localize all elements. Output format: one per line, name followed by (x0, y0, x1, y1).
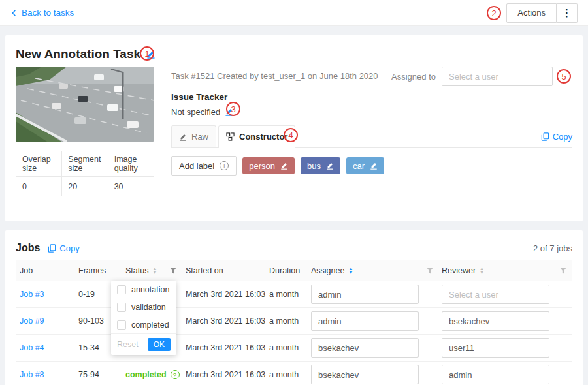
tab-constructor-label: Constructor (239, 132, 287, 142)
job-duration: a month (265, 370, 307, 379)
job-link[interactable]: Job #4 (20, 343, 44, 352)
jobs-title: Jobs (16, 242, 40, 254)
checkbox-icon[interactable] (117, 303, 126, 312)
assignee-input[interactable] (311, 365, 419, 384)
add-label-label: Add label (179, 161, 214, 171)
job-link[interactable]: Job #8 (20, 370, 44, 379)
assignee-input[interactable] (311, 338, 419, 358)
job-frames: 75-94 (74, 370, 122, 379)
filter-option-completed[interactable]: completed (111, 316, 176, 333)
back-to-tasks-label: Back to tasks (22, 8, 74, 18)
task-title: New Annotation Task (16, 46, 140, 63)
reviewer-input[interactable] (442, 365, 549, 384)
checkbox-icon[interactable] (117, 320, 126, 330)
status-filter-dropdown: annotation validation completed Reset OK (111, 281, 176, 355)
param-header-overlap: Overlap size (16, 151, 62, 177)
chevron-left-icon (10, 9, 18, 17)
label-chip-name: person (249, 161, 275, 171)
param-header-quality: Image quality (108, 151, 154, 177)
back-to-tasks-link[interactable]: Back to tasks (10, 8, 74, 18)
task-meta: Task #1521 Created by test_user_1 on Jun… (171, 67, 378, 81)
job-status: completed (125, 370, 167, 379)
filter-reset-button[interactable]: Reset (117, 340, 139, 349)
assignee-input[interactable] (311, 311, 419, 331)
jobs-table: Job Frames Status ▲▼ Started on Duration… (16, 260, 572, 385)
tab-raw[interactable]: Raw (171, 125, 216, 147)
reviewer-input[interactable] (442, 311, 549, 331)
job-link[interactable]: Job #9 (20, 316, 44, 326)
annotation-marker-5: 5 (557, 69, 571, 84)
task-parameters-table: Overlap size Segment size Image quality … (16, 151, 154, 196)
add-label-button[interactable]: Add label + (171, 156, 237, 176)
sort-icon: ▲▼ (348, 267, 353, 275)
caret-down-icon: ▼ (348, 271, 353, 275)
assignee-filter-trigger[interactable] (422, 267, 438, 275)
annotation-marker-2: 2 (487, 6, 501, 20)
labels-constructor: Add label + person bus (171, 148, 572, 211)
job-link[interactable]: Job #3 (20, 290, 44, 299)
job-started-on: March 3rd 2021 16:03 (182, 370, 265, 379)
jobs-copy-button[interactable]: Copy (48, 243, 79, 253)
filter-icon (559, 267, 567, 275)
filter-option-annotation[interactable]: annotation (111, 281, 176, 298)
filter-option-validation[interactable]: validation (111, 298, 176, 316)
reviewer-input[interactable] (442, 338, 549, 358)
checkbox-icon[interactable] (117, 285, 126, 294)
job-row: Job #8 75-94 completed ? March 3rd 2021 … (16, 362, 572, 385)
assigned-to-input[interactable] (442, 67, 553, 86)
labels-copy-button[interactable]: Copy (541, 132, 572, 147)
annotation-marker-3: 3 (226, 102, 240, 116)
assignee-input[interactable] (311, 285, 419, 304)
actions-more-button[interactable]: ⋮ (557, 3, 578, 23)
actions-button[interactable]: Actions (506, 3, 557, 23)
reviewer-filter-trigger[interactable] (555, 267, 571, 275)
filter-option-label: completed (131, 320, 169, 330)
edit-label-icon[interactable] (280, 162, 288, 170)
assigned-to-group: Assigned to (391, 67, 553, 86)
job-duration: a month (265, 316, 307, 326)
param-value-overlap: 0 (16, 177, 62, 196)
issue-tracker-value: Not specified (171, 107, 220, 117)
task-left-column: Overlap size Segment size Image quality … (16, 67, 154, 211)
label-chip-person[interactable]: person (242, 157, 295, 174)
col-job: Job (16, 266, 74, 275)
job-duration: a month (265, 343, 307, 352)
col-status-sort[interactable]: Status ▲▼ (122, 266, 165, 275)
label-chip-bus[interactable]: bus (301, 157, 340, 174)
edit-label-icon[interactable] (370, 162, 378, 170)
col-reviewer-sort[interactable]: Reviewer ▲▼ (438, 266, 555, 275)
annotation-marker-1: 1 (140, 46, 154, 61)
task-preview-image (16, 67, 154, 142)
actions-button-group: Actions ⋮ (506, 3, 578, 23)
annotation-marker-4: 4 (284, 128, 298, 142)
assigned-to-label: Assigned to (391, 72, 436, 82)
more-icon: ⋮ (562, 7, 572, 19)
cvat-task-page: Back to tasks Actions ⋮ New Annotation T… (0, 0, 588, 385)
jobs-copy-label: Copy (59, 243, 79, 253)
labels-tabs-bar: Raw Constructor Copy (171, 125, 572, 148)
col-assignee-sort[interactable]: Assignee ▲▼ (307, 266, 422, 275)
label-chip-car[interactable]: car (346, 157, 384, 174)
col-duration: Duration (265, 266, 307, 275)
caret-down-icon: ▼ (152, 271, 157, 275)
edit-icon (179, 133, 187, 141)
plus-circle-icon: + (220, 161, 229, 170)
filter-ok-button[interactable]: OK (148, 338, 171, 351)
reviewer-input[interactable] (442, 285, 549, 304)
col-started-on: Started on (182, 266, 265, 275)
labels-copy-label: Copy (553, 132, 572, 142)
copy-icon (541, 132, 549, 141)
label-chip-name: car (353, 161, 365, 171)
col-assignee-label: Assignee (311, 266, 344, 275)
job-row: Job #3 0-19 March 3rd 2021 16:03 a month (16, 281, 572, 308)
filter-option-label: annotation (131, 285, 169, 294)
col-frames: Frames (74, 266, 122, 275)
task-right-column: Task #1521 Created by test_user_1 on Jun… (171, 67, 572, 211)
job-row: Job #9 90-103 March 3rd 2021 16:03 a mon… (16, 308, 572, 335)
param-header-segment: Segment size (62, 151, 108, 177)
jobs-header: Jobs Copy 2 of 7 jobs (16, 241, 572, 255)
question-circle-icon[interactable]: ? (171, 370, 180, 379)
edit-label-icon[interactable] (326, 162, 334, 170)
status-filter-trigger[interactable] (165, 267, 182, 275)
job-started-on: March 3rd 2021 16:03 (182, 343, 265, 352)
